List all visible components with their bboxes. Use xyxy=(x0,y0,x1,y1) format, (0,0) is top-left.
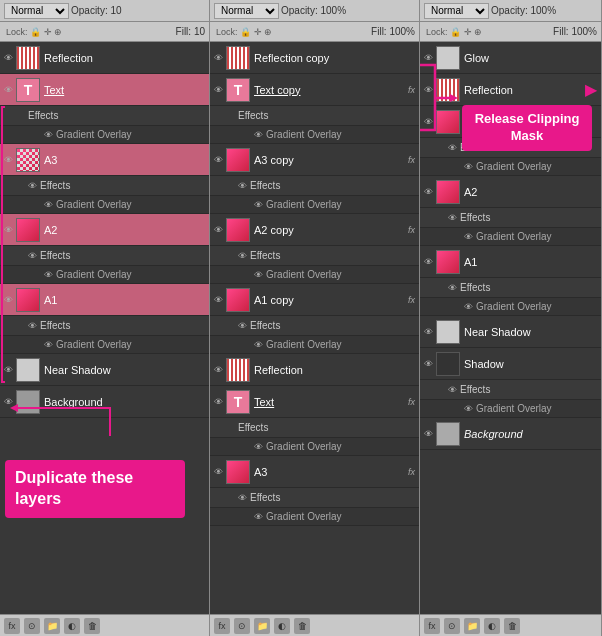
effect-vis-a3[interactable]: 👁 xyxy=(28,181,37,191)
vis-icon-reflection-r[interactable]: 👁 xyxy=(424,85,433,95)
thumb-tm: T xyxy=(226,390,250,414)
left-mode-dropdown[interactable]: Normal xyxy=(4,3,69,19)
vis-icon[interactable]: 👁 xyxy=(4,53,13,63)
layer-a2-right[interactable]: 👁 A2 xyxy=(420,176,601,208)
effect-vis-a3m[interactable]: 👁 xyxy=(238,493,247,503)
effect-vis-a3-sub[interactable]: 👁 xyxy=(44,200,53,210)
vis-icon-text[interactable]: 👁 xyxy=(4,85,13,95)
footer-fx-right[interactable]: fx xyxy=(424,618,440,634)
effect-vis-a3r[interactable]: 👁 xyxy=(448,143,457,153)
layer-name-a2r: A2 xyxy=(464,186,597,198)
layer-a1-left[interactable]: 👁 A1 xyxy=(0,284,209,316)
effect-vis-a2c[interactable]: 👁 xyxy=(238,251,247,261)
effect-vis-a2[interactable]: 👁 xyxy=(28,251,37,261)
effect-vis-a2-sub[interactable]: 👁 xyxy=(44,270,53,280)
footer-fx-left[interactable]: fx xyxy=(4,618,20,634)
vis-icon-a1[interactable]: 👁 xyxy=(4,295,13,305)
footer-trash-mid[interactable]: 🗑 xyxy=(294,618,310,634)
effect-vis-a1[interactable]: 👁 xyxy=(28,321,37,331)
thumb-a1c xyxy=(226,288,250,312)
vis-icon-a2[interactable]: 👁 xyxy=(4,225,13,235)
footer-fx-mid[interactable]: fx xyxy=(214,618,230,634)
footer-mask-right[interactable]: ⊙ xyxy=(444,618,460,634)
vis-icon-a1r[interactable]: 👁 xyxy=(424,257,433,267)
effect-vis-a2c-sub[interactable]: 👁 xyxy=(254,270,263,280)
vis-icon-rm[interactable]: 👁 xyxy=(214,365,223,375)
effect-label-a2r: Effects xyxy=(460,212,490,223)
layer-text-copy[interactable]: 👁 T Text copy fx xyxy=(210,74,419,106)
layer-a2-copy[interactable]: 👁 A2 copy fx xyxy=(210,214,419,246)
vis-icon-a3[interactable]: 👁 xyxy=(4,155,13,165)
vis-icon-a3c[interactable]: 👁 xyxy=(214,155,223,165)
layer-nearshadow-right[interactable]: 👁 Near Shadow xyxy=(420,316,601,348)
vis-icon-nsr[interactable]: 👁 xyxy=(424,327,433,337)
vis-icon-sr[interactable]: 👁 xyxy=(424,359,433,369)
effect-vis-sr[interactable]: 👁 xyxy=(448,385,457,395)
effect-vis-a3m-sub[interactable]: 👁 xyxy=(254,512,263,522)
footer-folder-right[interactable]: 📁 xyxy=(464,618,480,634)
vis-icon-glow[interactable]: 👁 xyxy=(424,53,433,63)
vis-icon-bgr[interactable]: 👁 xyxy=(424,429,433,439)
effect-vis-tm[interactable]: 👁 xyxy=(254,442,263,452)
layer-a3-left[interactable]: 👁 A3 xyxy=(0,144,209,176)
footer-adjust-left[interactable]: ◐ xyxy=(64,618,80,634)
effect-vis-a3c[interactable]: 👁 xyxy=(238,181,247,191)
panel-left: Normal Opacity: 10 Lock: 🔒 ✛ ⊕ Fill: 10 … xyxy=(0,0,210,636)
mid-panel-content[interactable]: 👁 Reflection copy 👁 T Text copy fx Effec… xyxy=(210,42,419,614)
vis-icon-bg-left[interactable]: 👁 xyxy=(4,397,13,407)
effect-vis-sr-sub[interactable]: 👁 xyxy=(464,404,473,414)
vis-icon-rc[interactable]: 👁 xyxy=(214,53,223,63)
layer-a3-mid[interactable]: 👁 A3 fx xyxy=(210,456,419,488)
effect-vis-a1-sub[interactable]: 👁 xyxy=(44,340,53,350)
effect-vis-a3c-sub[interactable]: 👁 xyxy=(254,200,263,210)
effect-vis-a3r-sub[interactable]: 👁 xyxy=(464,162,473,172)
effect-sub-a1c: 👁 Gradient Overlay xyxy=(210,336,419,354)
vis-icon-tc[interactable]: 👁 xyxy=(214,85,223,95)
layer-a1-right[interactable]: 👁 A1 xyxy=(420,246,601,278)
thumb-bgr xyxy=(436,422,460,446)
layer-background-left[interactable]: 👁 Background xyxy=(0,386,209,418)
layer-reflection-mid[interactable]: 👁 Reflection xyxy=(210,354,419,386)
vis-icon-a2c[interactable]: 👁 xyxy=(214,225,223,235)
layer-a3-copy[interactable]: 👁 A3 copy fx xyxy=(210,144,419,176)
footer-folder-left[interactable]: 📁 xyxy=(44,618,60,634)
footer-mask-mid[interactable]: ⊙ xyxy=(234,618,250,634)
vis-icon-a3r[interactable]: 👁 xyxy=(424,117,433,127)
footer-mask-left[interactable]: ⊙ xyxy=(24,618,40,634)
effect-vis-a1c[interactable]: 👁 xyxy=(238,321,247,331)
effect-vis-a2r[interactable]: 👁 xyxy=(448,213,457,223)
left-panel-content[interactable]: 👁 Reflection 👁 T Text Effects 👁 Gradient… xyxy=(0,42,209,614)
layer-reflection-copy[interactable]: 👁 Reflection copy xyxy=(210,42,419,74)
effect-vis-tc[interactable]: 👁 xyxy=(254,130,263,140)
layer-shadow-right[interactable]: 👁 Shadow xyxy=(420,348,601,380)
layer-reflection-right[interactable]: 👁 Reflection ▶ xyxy=(420,74,601,106)
thumb-a3m xyxy=(226,460,250,484)
mid-mode-dropdown[interactable]: Normal xyxy=(214,3,279,19)
effect-vis-a1c-sub[interactable]: 👁 xyxy=(254,340,263,350)
effect-vis-a1r[interactable]: 👁 xyxy=(448,283,457,293)
layer-text-left[interactable]: 👁 T Text xyxy=(0,74,209,106)
footer-trash-left[interactable]: 🗑 xyxy=(84,618,100,634)
effect-vis-text-left[interactable]: 👁 xyxy=(44,130,53,140)
layer-glow-right[interactable]: 👁 Glow xyxy=(420,42,601,74)
footer-adjust-right[interactable]: ◐ xyxy=(484,618,500,634)
fx-badge-a3m: fx xyxy=(408,467,415,477)
effect-vis-a1r-sub[interactable]: 👁 xyxy=(464,302,473,312)
layer-a2-left[interactable]: 👁 A2 xyxy=(0,214,209,246)
effect-vis-a2r-sub[interactable]: 👁 xyxy=(464,232,473,242)
vis-icon-tm[interactable]: 👁 xyxy=(214,397,223,407)
layer-reflection-left[interactable]: 👁 Reflection xyxy=(0,42,209,74)
layer-text-mid[interactable]: 👁 T Text fx xyxy=(210,386,419,418)
vis-icon-ns[interactable]: 👁 xyxy=(4,365,13,375)
layer-a1-copy[interactable]: 👁 A1 copy fx xyxy=(210,284,419,316)
layer-nearshadow-left[interactable]: 👁 Near Shadow xyxy=(0,354,209,386)
effect-name-a2r: Gradient Overlay xyxy=(476,231,552,242)
footer-trash-right[interactable]: 🗑 xyxy=(504,618,520,634)
right-mode-dropdown[interactable]: Normal xyxy=(424,3,489,19)
vis-icon-a2r[interactable]: 👁 xyxy=(424,187,433,197)
vis-icon-a3m[interactable]: 👁 xyxy=(214,467,223,477)
layer-background-right[interactable]: 👁 Background xyxy=(420,418,601,450)
footer-folder-mid[interactable]: 📁 xyxy=(254,618,270,634)
footer-adjust-mid[interactable]: ◐ xyxy=(274,618,290,634)
vis-icon-a1c[interactable]: 👁 xyxy=(214,295,223,305)
